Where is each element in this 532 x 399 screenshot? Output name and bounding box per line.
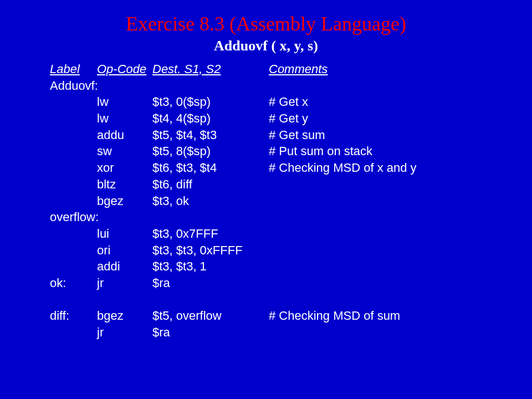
slide-title: Exercise 8.3 (Assembly Language) bbox=[0, 12, 532, 35]
code-args: $t3, $t3, 0xFFFF bbox=[152, 242, 269, 259]
code-line: xor$t6, $t3, $t4# Checking MSD of x and … bbox=[50, 160, 532, 176]
code-opcode: bltz bbox=[97, 176, 152, 193]
code-line: bltz$t6, diff bbox=[50, 176, 532, 193]
code-label: overflow: bbox=[50, 209, 152, 226]
slide: Exercise 8.3 (Assembly Language) Adduovf… bbox=[0, 0, 532, 399]
code-line: overflow: bbox=[50, 209, 532, 226]
code-args: $t3, ok bbox=[152, 193, 269, 209]
code-args: $t5, $t4, $t3 bbox=[152, 127, 269, 144]
code-block: LabelOp-CodeDest. S1, S2Comments Adduovf… bbox=[50, 61, 532, 341]
code-comment: # Get x bbox=[269, 94, 308, 110]
code-opcode: lui bbox=[97, 226, 152, 242]
code-comment: # Get sum bbox=[269, 127, 325, 144]
code-opcode: ori bbox=[97, 242, 152, 259]
code-args: $ra bbox=[152, 275, 269, 291]
code-opcode: bgez bbox=[97, 308, 152, 324]
code-opcode: bgez bbox=[97, 193, 152, 209]
slide-subtitle: Adduovf ( x, y, s) bbox=[0, 38, 532, 54]
code-line: lui$t3, 0x7FFF bbox=[50, 226, 532, 242]
code-label: diff: bbox=[50, 308, 97, 324]
code-args: $t6, $t3, $t4 bbox=[152, 160, 269, 176]
code-line: ori$t3, $t3, 0xFFFF bbox=[50, 242, 532, 259]
code-line: lw$t4, 4($sp)# Get y bbox=[50, 110, 532, 127]
code-opcode: lw bbox=[97, 110, 152, 127]
code-args: $t3, $t3, 1 bbox=[152, 258, 269, 275]
code-line bbox=[50, 291, 532, 308]
code-header-row: LabelOp-CodeDest. S1, S2Comments bbox=[50, 61, 532, 78]
code-line: addu$t5, $t4, $t3# Get sum bbox=[50, 127, 532, 144]
code-line: addi$t3, $t3, 1 bbox=[50, 258, 532, 275]
header-label: Label bbox=[50, 61, 97, 78]
code-opcode: xor bbox=[97, 160, 152, 176]
code-args: $t5, 8($sp) bbox=[152, 143, 269, 160]
code-line: sw$t5, 8($sp)# Put sum on stack bbox=[50, 143, 532, 160]
code-args: $t5, overflow bbox=[152, 308, 269, 324]
code-line: Adduovf: bbox=[50, 78, 532, 94]
code-line: bgez$t3, ok bbox=[50, 193, 532, 209]
code-opcode: lw bbox=[97, 94, 152, 110]
code-line: lw$t3, 0($sp)# Get x bbox=[50, 94, 532, 110]
code-args: $t4, 4($sp) bbox=[152, 110, 269, 127]
code-line: jr$ra bbox=[50, 324, 532, 341]
code-args: $t3, 0($sp) bbox=[152, 94, 269, 110]
code-line: ok:jr$ra bbox=[50, 275, 532, 291]
code-opcode: sw bbox=[97, 143, 152, 160]
code-opcode: addu bbox=[97, 127, 152, 144]
code-comment: # Checking MSD of sum bbox=[269, 308, 400, 324]
code-label: ok: bbox=[50, 275, 97, 291]
code-comment: # Put sum on stack bbox=[269, 143, 372, 160]
code-args: $t3, 0x7FFF bbox=[152, 226, 269, 242]
header-comments: Comments bbox=[269, 61, 328, 78]
header-opcode: Op-Code bbox=[97, 61, 152, 78]
code-opcode: jr bbox=[97, 275, 152, 291]
code-line: diff:bgez$t5, overflow# Checking MSD of … bbox=[50, 308, 532, 324]
code-comment: # Get y bbox=[269, 110, 308, 127]
code-args: $t6, diff bbox=[152, 176, 269, 193]
code-opcode: addi bbox=[97, 258, 152, 275]
code-opcode: jr bbox=[97, 324, 152, 341]
code-label: Adduovf: bbox=[50, 78, 152, 94]
code-args: $ra bbox=[152, 324, 269, 341]
code-comment: # Checking MSD of x and y bbox=[269, 160, 417, 176]
header-args: Dest. S1, S2 bbox=[152, 61, 269, 78]
